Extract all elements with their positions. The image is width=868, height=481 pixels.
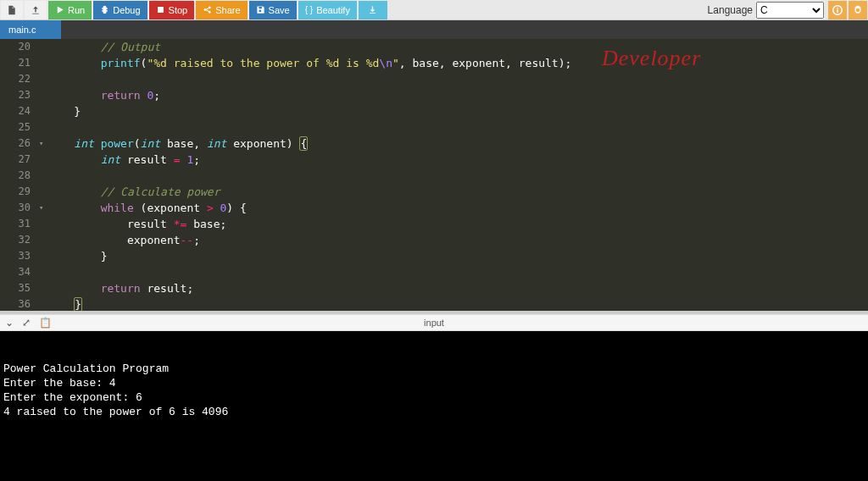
code-content — [37, 119, 47, 135]
share-icon — [203, 5, 212, 14]
line-number: 23 — [0, 87, 37, 103]
code-line: 28 — [0, 168, 868, 184]
code-content: return result; — [37, 280, 193, 296]
info-button[interactable] — [828, 1, 847, 19]
tab-bar: main.c — [0, 20, 868, 39]
console-label: input — [424, 318, 444, 328]
code-line: 20 // Output — [0, 39, 868, 55]
console-collapse-icon[interactable]: ⌄ — [5, 317, 14, 329]
beautify-label: Beautify — [316, 5, 350, 15]
code-content: printf("%d raised to the power of %d is … — [37, 55, 571, 71]
download-button[interactable] — [359, 1, 387, 19]
share-button[interactable]: Share — [196, 1, 247, 19]
code-content — [37, 168, 47, 184]
line-number: 30 — [0, 200, 37, 216]
file-icon — [7, 5, 17, 15]
code-editor[interactable]: Developer 20 // Output21 printf("%d rais… — [0, 39, 868, 311]
info-icon — [832, 5, 843, 15]
code-line: 29 // Calculate power — [0, 184, 868, 200]
debug-button[interactable]: Debug — [93, 1, 147, 19]
console-output[interactable]: Power Calculation ProgramEnter the base:… — [0, 331, 868, 481]
run-button[interactable]: Run — [48, 1, 92, 19]
stop-button[interactable]: Stop — [149, 1, 195, 19]
save-button[interactable]: Save — [249, 1, 297, 19]
settings-button[interactable] — [849, 1, 867, 19]
line-number: 21 — [0, 55, 37, 71]
code-line: 24 } — [0, 103, 868, 119]
language-select[interactable]: C — [756, 2, 824, 19]
console-toolbar: ⌄ ⤢ 📋 input — [0, 314, 868, 331]
line-number: 31 — [0, 216, 37, 232]
save-icon — [256, 5, 265, 14]
handwritten-annotation: Developer — [602, 46, 701, 71]
new-file-button[interactable] — [1, 1, 23, 19]
braces-icon: { } — [305, 5, 313, 14]
line-number: 33 — [0, 248, 37, 264]
code-content: int result = 1; — [37, 152, 200, 168]
code-content: int power(int base, int exponent) { — [37, 135, 308, 152]
beautify-button[interactable]: { } Beautify — [298, 1, 357, 19]
console-line: 4 raised to the power of 6 is 4096 — [3, 405, 865, 419]
code-line: 30▾ while (exponent > 0) { — [0, 200, 868, 216]
line-number: 28 — [0, 168, 37, 184]
code-line: 35 return result; — [0, 280, 868, 296]
code-content: } — [37, 103, 81, 119]
line-number: 26 — [0, 135, 37, 152]
line-number: 25 — [0, 119, 37, 135]
code-content: return 0; — [37, 87, 160, 103]
debug-icon — [100, 5, 109, 14]
fold-marker-icon[interactable]: ▾ — [39, 200, 43, 216]
code-line: 27 int result = 1; — [0, 152, 868, 168]
code-content: } — [37, 296, 82, 311]
line-number: 22 — [0, 71, 37, 87]
code-line: 33 } — [0, 248, 868, 264]
line-number: 29 — [0, 184, 37, 200]
tab-main-c[interactable]: main.c — [0, 20, 61, 39]
code-line: 25 — [0, 119, 868, 135]
code-content — [37, 264, 47, 280]
fold-marker-icon[interactable]: ▾ — [39, 135, 43, 152]
download-icon — [368, 5, 377, 14]
svg-rect-3 — [837, 8, 838, 9]
code-content: while (exponent > 0) { — [37, 200, 247, 216]
code-content: } — [37, 248, 107, 264]
save-label: Save — [269, 5, 290, 15]
console-line: Enter the exponent: 6 — [3, 390, 865, 405]
line-number: 24 — [0, 103, 37, 119]
code-line: 31 result *= base; — [0, 216, 868, 232]
line-number: 32 — [0, 232, 37, 248]
run-label: Run — [68, 5, 85, 15]
console-copy-icon[interactable]: 📋 — [39, 317, 52, 329]
svg-rect-2 — [837, 9, 838, 13]
code-content: result *= base; — [37, 216, 226, 232]
upload-icon — [31, 5, 41, 15]
code-line: 34 — [0, 264, 868, 280]
line-number: 35 — [0, 280, 37, 296]
console-line: Enter the base: 4 — [3, 376, 865, 390]
console-line: Power Calculation Program — [3, 362, 865, 376]
debug-label: Debug — [113, 5, 140, 15]
main-toolbar: Run Debug Stop Share Save { } Beautify L… — [0, 0, 868, 20]
line-number: 20 — [0, 39, 37, 55]
line-number: 27 — [0, 152, 37, 168]
play-icon — [55, 5, 64, 14]
code-content — [37, 71, 47, 87]
svg-rect-0 — [158, 7, 164, 13]
language-label: Language — [708, 4, 753, 16]
code-line: 32 exponent--; — [0, 232, 868, 248]
gear-icon — [853, 5, 863, 15]
line-number: 36 — [0, 296, 37, 311]
code-content: exponent--; — [37, 232, 200, 248]
stop-icon — [156, 5, 165, 14]
code-content: // Calculate power — [37, 184, 220, 200]
code-content: // Output — [37, 39, 160, 55]
code-line: 21 printf("%d raised to the power of %d … — [0, 55, 868, 71]
stop-label: Stop — [169, 5, 188, 15]
code-line: 23 return 0; — [0, 87, 868, 103]
code-line: 22 — [0, 71, 868, 87]
console-expand-icon[interactable]: ⤢ — [22, 317, 31, 329]
upload-button[interactable] — [25, 1, 47, 19]
line-number: 34 — [0, 264, 37, 280]
share-label: Share — [215, 5, 240, 15]
tab-label: main.c — [8, 25, 36, 35]
